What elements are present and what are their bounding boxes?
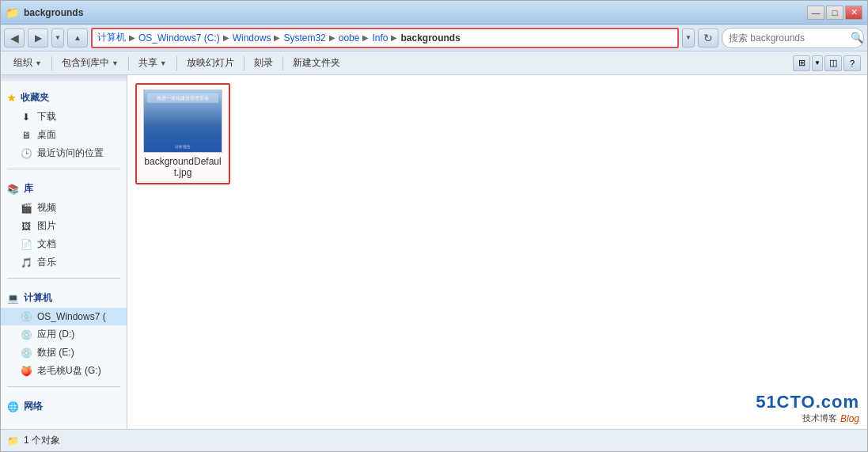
toolbar-new-folder-button[interactable]: 新建文件夹	[286, 55, 347, 72]
file-thumbnail: 推进一体化建设管理革命 分析报告	[143, 89, 222, 153]
sidebar-section-network: 🌐 网络	[1, 390, 127, 420]
sidebar-item-desktop[interactable]: 🖥 桌面	[1, 126, 127, 144]
toolbar-separator-2	[128, 56, 129, 70]
breadcrumb-computer[interactable]: 计算机	[97, 31, 126, 44]
back-button[interactable]: ◀	[4, 28, 25, 47]
sidebar-item-recent[interactable]: 🕒 最近访问的位置	[1, 144, 127, 162]
title-bar-left: 📁 backgrounds	[6, 6, 83, 19]
usb-drive-icon: 🍑	[20, 365, 32, 378]
address-dropdown-button[interactable]: ▼	[682, 28, 695, 47]
forward-button[interactable]: ▶	[28, 28, 48, 47]
sidebar-scroll-top	[1, 75, 127, 82]
view-dropdown-button[interactable]: ▼	[812, 55, 823, 71]
folder-icon: 📁	[6, 6, 19, 19]
status-bar: 📁 1 个对象	[1, 429, 867, 451]
maximize-button[interactable]: □	[826, 6, 843, 20]
view-icon-button[interactable]: ⊞	[793, 55, 810, 71]
minimize-button[interactable]: —	[807, 6, 824, 20]
title-bar: 📁 backgrounds — □ ✕	[1, 1, 867, 25]
address-bar-row: ◀ ▶ ▼ ▲ 计算机 ▶ OS_Windows7 (C:) ▶ Windows…	[1, 25, 867, 51]
sidebar: ★ 收藏夹 ⬇ 下载 🖥 桌面 🕒 最近访问的位置	[1, 75, 127, 429]
toolbar-include-library-button[interactable]: 包含到库中 ▼	[55, 55, 125, 72]
breadcrumb-info[interactable]: Info	[372, 32, 388, 44]
refresh-button[interactable]: ↻	[698, 28, 718, 47]
sidebar-network-header[interactable]: 🌐 网络	[1, 397, 127, 416]
sidebar-section-library: 📚 库 🎬 视频 🖼 图片 📄 文档 🎵 音乐	[1, 173, 127, 275]
breadcrumb-system32[interactable]: System32	[283, 32, 325, 44]
toolbar-separator-5	[282, 56, 283, 70]
sidebar-item-os-drive[interactable]: 💿 OS_Windows7 (	[1, 308, 127, 325]
toolbar-organize-button[interactable]: 组织 ▼	[7, 55, 48, 72]
toolbar-share-button[interactable]: 共享 ▼	[132, 55, 173, 72]
sidebar-computer-header[interactable]: 💻 计算机	[1, 288, 127, 308]
up-button[interactable]: ▲	[67, 28, 88, 47]
details-pane-button[interactable]: ◫	[824, 55, 842, 71]
nav-dropdown-button[interactable]: ▼	[51, 28, 64, 47]
sidebar-item-documents[interactable]: 📄 文档	[1, 235, 127, 253]
explorer-window: 📁 backgrounds — □ ✕ ◀ ▶ ▼ ▲ 计算机 ▶ OS_Win…	[0, 0, 868, 452]
sidebar-item-app-drive[interactable]: 💿 应用 (D:)	[1, 325, 127, 344]
recent-icon: 🕒	[20, 147, 32, 160]
network-icon: 🌐	[7, 401, 19, 412]
sidebar-section-favorites: ★ 收藏夹 ⬇ 下载 🖥 桌面 🕒 最近访问的位置	[1, 82, 127, 165]
sidebar-item-downloads[interactable]: ⬇ 下载	[1, 108, 127, 126]
thumbnail-image: 推进一体化建设管理革命 分析报告	[144, 90, 222, 152]
toolbar-separator-3	[176, 56, 177, 70]
os-drive-icon: 💿	[20, 310, 32, 323]
sidebar-divider-2	[7, 278, 120, 279]
desktop-icon: 🖥	[20, 129, 32, 142]
toolbar-slideshow-button[interactable]: 放映幻灯片	[180, 55, 241, 72]
toolbar-burn-button[interactable]: 刻录	[248, 55, 279, 72]
address-bar[interactable]: 计算机 ▶ OS_Windows7 (C:) ▶ Windows ▶ Syste…	[91, 28, 679, 48]
computer-icon: 💻	[7, 293, 19, 304]
toolbar: 组织 ▼ 包含到库中 ▼ 共享 ▼ 放映幻灯片 刻录 新建文件夹 ⊞ ▼ ◫	[1, 51, 867, 75]
app-drive-icon: 💿	[20, 329, 32, 341]
file-item-background-default[interactable]: 推进一体化建设管理革命 分析报告 backgroundDefault.jpg	[135, 83, 230, 184]
breadcrumb-current: backgrounds	[400, 32, 460, 44]
video-icon: 🎬	[20, 202, 32, 215]
file-name: backgroundDefault.jpg	[142, 156, 224, 178]
thumb-body-text: 分析报告	[175, 144, 191, 149]
main-area: ★ 收藏夹 ⬇ 下载 🖥 桌面 🕒 最近访问的位置	[1, 75, 867, 429]
documents-icon: 📄	[20, 238, 32, 251]
search-bar[interactable]: 🔍	[722, 28, 864, 48]
breadcrumb-oobe[interactable]: oobe	[339, 32, 360, 44]
sidebar-divider-1	[7, 169, 120, 169]
close-button[interactable]: ✕	[845, 6, 862, 20]
file-content-area: 推进一体化建设管理革命 分析报告 backgroundDefault.jpg	[127, 75, 867, 429]
breadcrumb: 计算机 ▶ OS_Windows7 (C:) ▶ Windows ▶ Syste…	[97, 31, 461, 44]
thumb-header-text: 推进一体化建设管理革命	[157, 95, 209, 102]
star-icon: ★	[7, 93, 16, 104]
music-icon: 🎵	[20, 256, 32, 269]
breadcrumb-windows[interactable]: Windows	[233, 32, 271, 44]
sidebar-item-pictures[interactable]: 🖼 图片	[1, 217, 127, 235]
search-icon[interactable]: 🔍	[851, 32, 863, 44]
sidebar-favorites-header[interactable]: ★ 收藏夹	[1, 88, 127, 108]
library-icon: 📚	[7, 184, 19, 195]
status-folder-icon: 📁	[7, 435, 19, 446]
sidebar-item-usb-drive[interactable]: 🍑 老毛桃U盘 (G:)	[1, 362, 127, 380]
sidebar-item-video[interactable]: 🎬 视频	[1, 199, 127, 217]
help-button[interactable]: ?	[843, 55, 861, 71]
breadcrumb-drive[interactable]: OS_Windows7 (C:)	[138, 32, 220, 44]
data-drive-icon: 💿	[20, 347, 32, 359]
toolbar-separator-4	[244, 56, 244, 70]
download-icon: ⬇	[20, 111, 32, 123]
window-controls: — □ ✕	[807, 6, 862, 20]
sidebar-section-computer: 💻 计算机 💿 OS_Windows7 ( 💿 应用 (D:) 💿 数据 (E:…	[1, 282, 127, 383]
sidebar-item-data-drive[interactable]: 💿 数据 (E:)	[1, 344, 127, 362]
toolbar-separator-1	[51, 56, 52, 70]
sidebar-item-music[interactable]: 🎵 音乐	[1, 253, 127, 272]
sidebar-library-header[interactable]: 📚 库	[1, 179, 127, 199]
status-count: 1 个对象	[24, 434, 60, 447]
sidebar-divider-3	[7, 386, 120, 387]
search-input[interactable]	[729, 32, 847, 44]
pictures-icon: 🖼	[20, 220, 32, 233]
window-title: backgrounds	[24, 7, 83, 18]
